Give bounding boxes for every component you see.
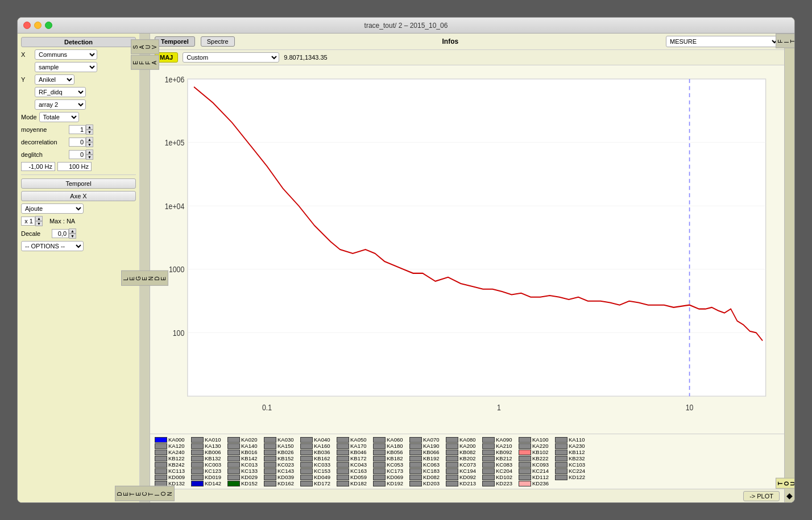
legend-item[interactable]: KD192	[373, 480, 406, 486]
legend-item[interactable]: KB172	[337, 455, 370, 461]
legend-item[interactable]: KC133	[227, 468, 260, 474]
legend-item[interactable]: KC043	[337, 461, 370, 468]
options-select[interactable]: -- OPTIONS --	[21, 241, 84, 251]
decorr-down[interactable]: ▼	[86, 142, 93, 147]
legend-item[interactable]: KD059	[337, 474, 370, 480]
legend-item[interactable]: KD213	[446, 480, 479, 486]
legend-item[interactable]: KA090	[482, 436, 515, 443]
decale-up[interactable]: ▲	[69, 228, 76, 234]
legend-item[interactable]: KC033	[300, 461, 333, 468]
fits-tab[interactable]: FITS	[776, 34, 795, 48]
x-select2[interactable]: sample	[35, 62, 97, 72]
legend-item[interactable]: KB046	[337, 449, 370, 455]
legend-item[interactable]: KD049	[300, 474, 333, 480]
legend-item[interactable]: KA130	[191, 443, 224, 449]
plot-button[interactable]: -> PLOT	[743, 491, 780, 501]
mesure-select[interactable]: MESURE	[666, 36, 780, 47]
x-select1[interactable]: Communs	[35, 49, 97, 60]
legend-item[interactable]: KC204	[482, 468, 515, 474]
legend-item[interactable]: KD122	[555, 474, 588, 480]
legend-item[interactable]: KB016	[227, 449, 260, 455]
hz-low[interactable]: -1,00 Hz	[21, 162, 55, 171]
spectre-tab[interactable]: Spectre	[201, 36, 235, 47]
legend-item[interactable]: KA080	[446, 436, 479, 443]
decale-value[interactable]: 0,0	[52, 229, 69, 238]
legend-item[interactable]: KC093	[519, 461, 552, 468]
legend-item[interactable]: KA240	[155, 449, 188, 455]
maximize-button[interactable]	[45, 22, 52, 29]
legend-item[interactable]: KC113	[155, 468, 188, 474]
legend-item[interactable]: KD203	[409, 480, 442, 486]
legend-item[interactable]: KB082	[446, 449, 479, 455]
decorr-up[interactable]: ▲	[86, 137, 93, 142]
legend-item[interactable]: KA010	[191, 436, 224, 443]
legend-item[interactable]: KC053	[373, 461, 406, 468]
legend-item[interactable]: KA020	[227, 436, 260, 443]
legend-item[interactable]: KB182	[373, 455, 406, 461]
legend-item[interactable]: KC153	[300, 468, 333, 474]
legend-item[interactable]: KD223	[482, 480, 515, 486]
legend-item[interactable]: KD236	[519, 480, 552, 486]
legend-item[interactable]: KA170	[337, 443, 370, 449]
custom-select[interactable]: Custom	[183, 52, 279, 63]
diamond-icon[interactable]: ◆	[784, 489, 794, 502]
legend-item[interactable]: KC173	[373, 468, 406, 474]
legend-item[interactable]: KB242	[155, 461, 188, 468]
deglitch-up[interactable]: ▲	[86, 149, 93, 155]
legend-item[interactable]: KD092	[446, 474, 479, 480]
legend-item[interactable]: KA040	[300, 436, 333, 443]
legend-item[interactable]: KA000	[155, 436, 188, 443]
legend-item[interactable]: KA230	[555, 443, 588, 449]
legend-item[interactable]: KB152	[264, 455, 297, 461]
moyenne-up[interactable]: ▲	[86, 124, 93, 130]
legend-item[interactable]: KD102	[482, 474, 515, 480]
legend-item[interactable]: KB132	[191, 455, 224, 461]
legend-item[interactable]: KB092	[482, 449, 515, 455]
legend-item[interactable]: KC083	[482, 461, 515, 468]
tous-tab[interactable]: TOUS	[776, 478, 795, 489]
legend-item[interactable]: KC224	[555, 468, 588, 474]
legend-item[interactable]: KA060	[373, 436, 406, 443]
x1-up[interactable]: ▲	[35, 216, 43, 221]
decale-down[interactable]: ▼	[69, 234, 76, 239]
legend-item[interactable]: KA030	[264, 436, 297, 443]
legend-item[interactable]: KB222	[519, 455, 552, 461]
legend-item[interactable]: KA160	[300, 443, 333, 449]
legend-item[interactable]: KB036	[300, 449, 333, 455]
legend-item[interactable]: KD142	[191, 480, 224, 486]
temporel-button[interactable]: Temporel	[21, 178, 136, 189]
legend-item[interactable]: KC003	[191, 461, 224, 468]
legend-item[interactable]: KB232	[555, 455, 588, 461]
x1-down[interactable]: ▼	[35, 221, 43, 226]
deglitch-value[interactable]: 0	[69, 150, 86, 159]
detection-tab[interactable]: DETECTION	[115, 486, 175, 501]
legend-item[interactable]: KB006	[191, 449, 224, 455]
legend-item[interactable]: KB142	[227, 455, 260, 461]
legend-item[interactable]: KA210	[482, 443, 515, 449]
legend-item[interactable]: KB026	[264, 449, 297, 455]
legend-item[interactable]: KC073	[446, 461, 479, 468]
mode-select[interactable]: Totale	[39, 112, 79, 122]
legend-item[interactable]: KC194	[446, 468, 479, 474]
legend-item[interactable]: KA050	[337, 436, 370, 443]
deglitch-down[interactable]: ▼	[86, 155, 93, 160]
legend-item[interactable]: KB066	[409, 449, 442, 455]
legend-item[interactable]: KC063	[409, 461, 442, 468]
decorr-value[interactable]: 0	[69, 138, 86, 147]
legend-item[interactable]: KA180	[373, 443, 406, 449]
legend-item[interactable]: KD029	[227, 474, 260, 480]
legend-item[interactable]: KB162	[300, 455, 333, 461]
legend-item[interactable]: KA190	[409, 443, 442, 449]
legend-item[interactable]: KC123	[191, 468, 224, 474]
legend-item[interactable]: KB056	[373, 449, 406, 455]
hz-high[interactable]: 100 Hz	[57, 162, 92, 171]
legend-item[interactable]: KC023	[264, 461, 297, 468]
legend-item[interactable]: KD009	[155, 474, 188, 480]
legend-item[interactable]: KB202	[446, 455, 479, 461]
legend-item[interactable]: KD152	[227, 480, 260, 486]
legend-item[interactable]: KD162	[264, 480, 297, 486]
sauv-tab[interactable]: SAUV	[131, 39, 159, 54]
legend-item[interactable]: KC163	[337, 468, 370, 474]
legend-item[interactable]: KC013	[227, 461, 260, 468]
legend-item[interactable]: KD182	[337, 480, 370, 486]
